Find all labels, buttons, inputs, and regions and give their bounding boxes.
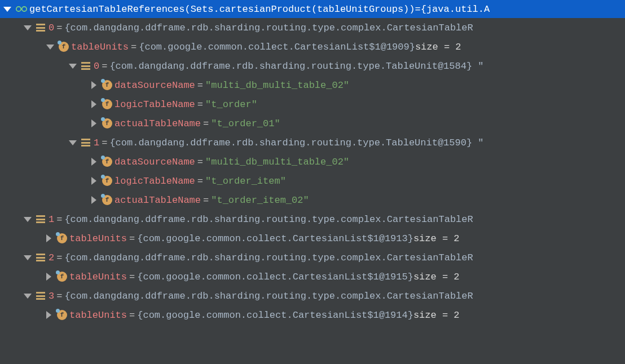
equals: = (197, 80, 203, 91)
equals: = (56, 252, 62, 263)
field-icon: f (102, 176, 112, 186)
field-icon: f (102, 157, 112, 167)
tree-node[interactable]: f dataSourceName = "multi_db_multi_table… (0, 152, 625, 171)
field-name: actualTableName (115, 195, 201, 206)
tree-node[interactable]: f tableUnits = {com.google.common.collec… (0, 37, 625, 56)
size-label: size = 2 (413, 233, 460, 244)
chevron-down-icon[interactable] (69, 64, 77, 69)
tree-node[interactable]: 1 = {com.dangdang.ddframe.rdb.sharding.r… (0, 210, 625, 229)
equals: = (102, 137, 107, 148)
equals: = (131, 42, 137, 52)
equals: = (203, 118, 209, 129)
tree-node[interactable]: f dataSourceName = "multi_db_multi_table… (0, 76, 625, 95)
list-icon (36, 24, 45, 32)
field-icon: f (102, 118, 112, 128)
equals: = (129, 272, 135, 282)
field-value: "multi_db_multi_table_02" (205, 157, 349, 167)
list-icon (81, 139, 90, 147)
chevron-right-icon[interactable] (91, 100, 96, 108)
tree-node[interactable]: f tableUnits = {com.google.common.collec… (0, 229, 625, 248)
node-value: {com.dangdang.ddframe.rdb.sharding.routi… (109, 61, 483, 72)
field-name: actualTableName (115, 118, 201, 129)
equals: = (56, 291, 62, 301)
equals: = (197, 99, 203, 110)
field-name: logicTableName (115, 176, 195, 187)
chevron-down-icon[interactable] (46, 45, 54, 50)
tree-node[interactable]: 0 = {com.dangdang.ddframe.rdb.sharding.r… (0, 18, 625, 37)
node-index: 0 (49, 23, 54, 33)
size-label: size = 2 (415, 42, 461, 52)
glasses-icon (16, 5, 27, 13)
chevron-right-icon[interactable] (91, 81, 96, 89)
tree-node[interactable]: f logicTableName = "t_order" (0, 95, 625, 114)
chevron-down-icon[interactable] (24, 255, 32, 260)
node-value: {com.dangdang.ddframe.rdb.sharding.routi… (64, 291, 473, 301)
equals: = (197, 176, 203, 187)
size-label: size = 2 (413, 272, 460, 282)
field-name: logicTableName (115, 99, 195, 110)
chevron-down-icon[interactable] (24, 25, 32, 30)
tree-node[interactable]: f actualTableName = "t_order_item_02" (0, 190, 625, 210)
equals: = (102, 61, 107, 72)
chevron-down-icon[interactable] (69, 140, 77, 145)
size-label: size = 2 (413, 310, 460, 321)
node-index: 2 (49, 252, 54, 263)
field-name: tableUnits (69, 272, 127, 282)
node-index: 1 (94, 137, 99, 148)
equals: = (129, 233, 135, 244)
list-icon (36, 215, 45, 223)
tree-node[interactable]: f tableUnits = {com.google.common.collec… (0, 305, 625, 325)
list-icon (81, 62, 90, 70)
svg-point-1 (22, 7, 27, 11)
tree-node[interactable]: f logicTableName = "t_order_item" (0, 171, 625, 190)
node-value: {com.dangdang.ddframe.rdb.sharding.routi… (64, 214, 473, 225)
chevron-right-icon[interactable] (46, 311, 51, 319)
field-value: {com.google.common.collect.CartesianList… (139, 42, 415, 52)
field-value: "t_order_01" (211, 118, 280, 129)
equals: = (56, 214, 62, 225)
tree-node[interactable]: 3 = {com.dangdang.ddframe.rdb.sharding.r… (0, 286, 625, 305)
chevron-right-icon[interactable] (46, 273, 51, 281)
watch-expression: getCartesianTableReferences(Sets.cartesi… (29, 4, 415, 15)
field-value: "t_order_item_02" (211, 195, 309, 206)
field-icon: f (57, 310, 67, 320)
equals: = (415, 4, 421, 15)
node-index: 1 (49, 214, 54, 225)
tree-node[interactable]: 2 = {com.dangdang.ddframe.rdb.sharding.r… (0, 248, 625, 267)
field-icon: f (57, 272, 67, 282)
node-value: {com.dangdang.ddframe.rdb.sharding.routi… (64, 23, 473, 33)
chevron-right-icon[interactable] (91, 177, 96, 185)
node-index: 3 (49, 291, 54, 301)
tree-node[interactable]: f actualTableName = "t_order_01" (0, 114, 625, 133)
chevron-right-icon[interactable] (46, 234, 51, 242)
tree-node[interactable]: f tableUnits = {com.google.common.collec… (0, 267, 625, 286)
field-value: "t_order" (205, 99, 257, 110)
chevron-right-icon[interactable] (91, 158, 96, 166)
field-name: dataSourceName (115, 157, 195, 167)
watch-value: {java.util.A (421, 4, 490, 15)
field-icon: f (102, 195, 112, 205)
node-value: {com.dangdang.ddframe.rdb.sharding.routi… (64, 252, 473, 263)
field-value: {com.google.common.collect.CartesianList… (137, 272, 413, 282)
field-icon: f (57, 233, 67, 243)
chevron-right-icon[interactable] (91, 119, 96, 127)
equals: = (203, 195, 209, 206)
list-icon (36, 254, 45, 261)
chevron-down-icon[interactable] (24, 217, 32, 222)
chevron-down-icon[interactable] (3, 7, 11, 12)
field-name: dataSourceName (115, 80, 195, 91)
equals: = (56, 23, 62, 33)
chevron-down-icon[interactable] (24, 294, 32, 299)
equals: = (129, 310, 135, 321)
list-icon (36, 292, 45, 300)
field-value: {com.google.common.collect.CartesianList… (137, 233, 413, 244)
field-value: {com.google.common.collect.CartesianList… (137, 310, 413, 321)
field-name: tableUnits (69, 233, 127, 244)
tree-node[interactable]: 0 = {com.dangdang.ddframe.rdb.sharding.r… (0, 56, 625, 76)
field-icon: f (102, 99, 112, 109)
watch-header[interactable]: getCartesianTableReferences(Sets.cartesi… (0, 0, 625, 18)
field-icon: f (102, 80, 112, 90)
tree-node[interactable]: 1 = {com.dangdang.ddframe.rdb.sharding.r… (0, 133, 625, 152)
field-value: "multi_db_multi_table_02" (205, 80, 349, 91)
chevron-right-icon[interactable] (91, 196, 96, 204)
